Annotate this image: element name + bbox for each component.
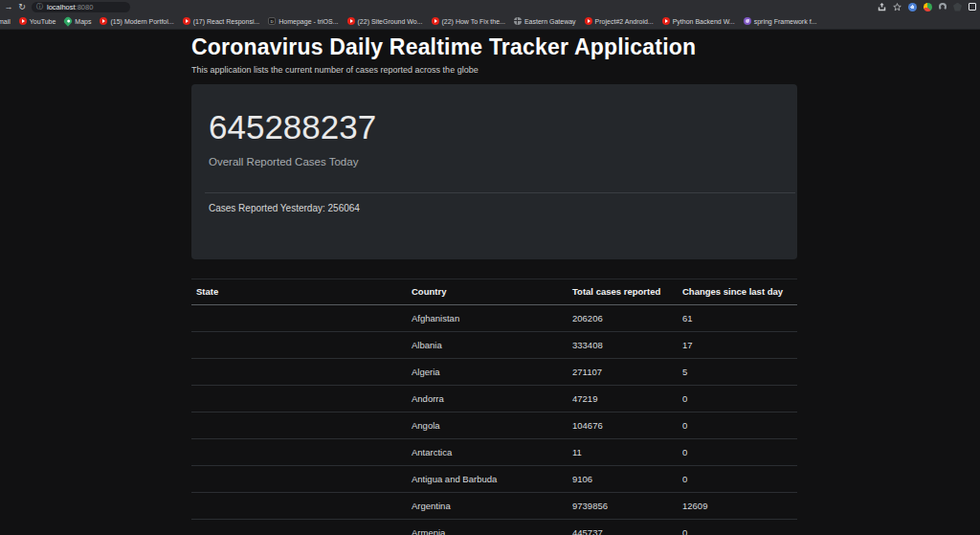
cell-change: 0 (678, 412, 797, 439)
header-changes: Changes since last day (678, 279, 797, 305)
cell-total: 47219 (568, 386, 678, 412)
cell-total: 9739856 (568, 493, 678, 520)
bookmark-label: (17) React Responsi... (193, 18, 260, 25)
cell-state (191, 493, 407, 520)
url-host: localhost (47, 3, 76, 11)
youtube-icon (585, 17, 592, 25)
cell-state (191, 412, 407, 439)
bookmark-label: mail (0, 18, 11, 25)
forward-icon[interactable]: → (2, 0, 15, 13)
cell-state (191, 332, 407, 359)
cell-total: 206206 (568, 305, 678, 332)
cell-country: Afghanistan (407, 305, 568, 332)
table-row: Armenia 445737 0 (191, 520, 797, 535)
table-row: Afghanistan 206206 61 (191, 305, 797, 332)
bookmark-item[interactable]: (15) Modern Portfol... (100, 17, 173, 25)
site-info-icon[interactable]: ⓘ (36, 2, 43, 11)
bookmark-item[interactable]: spring Framework f... (744, 17, 817, 25)
table-row: Andorra 47219 0 (191, 386, 797, 412)
cell-change: 17 (678, 332, 797, 359)
bookmarks-bar: mail YouTube Maps (15) Modern Portfol...… (0, 13, 980, 30)
table-row: Angola 104676 0 (191, 412, 797, 439)
table-row: Argentina 9739856 12609 (191, 493, 797, 520)
table-row: Antarctica 11 0 (191, 439, 797, 466)
extension-icon[interactable] (939, 3, 947, 11)
cell-country: Argentina (407, 493, 568, 520)
bookmark-label: Python Backend W... (673, 18, 735, 25)
header-total: Total cases reported (568, 279, 678, 305)
dxl-icon: D (268, 17, 276, 25)
bookmark-item[interactable]: Python Backend W... (662, 17, 735, 25)
cell-change: 5 (678, 359, 797, 386)
youtube-icon (19, 17, 27, 25)
table-row: Albania 333408 17 (191, 332, 797, 359)
bookmark-label: Eastern Gateway (524, 18, 576, 25)
cell-total: 9106 (568, 466, 678, 493)
page-title: Coronavirus Daily Realtime Tracker Appli… (191, 34, 696, 60)
bookmark-label: Project#2 Android... (595, 18, 654, 25)
stats-card: 645288237 Overall Reported Cases Today C… (191, 84, 797, 259)
spring-icon (744, 17, 751, 25)
table-row: Algeria 271107 5 (191, 359, 797, 386)
bookmark-label: (15) Modern Portfol... (110, 18, 173, 25)
cell-country: Algeria (407, 359, 568, 386)
toolbar-right-icons (878, 0, 976, 13)
header-country: Country (407, 279, 568, 305)
bookmark-item[interactable]: Maps (64, 17, 91, 25)
cell-state (191, 439, 407, 466)
browser-toolbar: → ↻ ⓘ localhost:8080 (0, 0, 980, 13)
bookmark-item[interactable]: D Homepage - triOS... (268, 17, 338, 25)
table-row: Antigua and Barbuda 9106 0 (191, 466, 797, 493)
browser-chrome: → ↻ ⓘ localhost:8080 mail YouTube (0, 0, 980, 30)
page-content: Coronavirus Daily Realtime Tracker Appli… (0, 31, 980, 535)
side-panel-icon[interactable] (969, 3, 976, 11)
bookmark-item[interactable]: YouTube (19, 17, 56, 25)
youtube-icon (347, 17, 355, 25)
bookmark-item[interactable]: mail (0, 18, 11, 25)
cell-total: 104676 (568, 412, 678, 439)
cell-total: 333408 (568, 332, 678, 359)
cell-country: Armenia (407, 520, 568, 535)
cell-state (191, 359, 407, 386)
youtube-icon (183, 17, 190, 25)
card-divider (205, 192, 795, 193)
header-state: State (191, 279, 407, 305)
youtube-icon (432, 17, 439, 25)
share-icon[interactable] (878, 3, 886, 11)
cell-total: 11 (568, 439, 678, 466)
cell-change: 12609 (678, 493, 797, 520)
extension-icon[interactable] (953, 3, 962, 11)
cases-table: State Country Total cases reported Chang… (191, 279, 797, 535)
cell-country: Antigua and Barbuda (407, 466, 568, 493)
bookmark-item[interactable]: (22) How To Fix the... (432, 17, 505, 25)
cell-country: Antarctica (407, 439, 568, 466)
extension-icon[interactable] (908, 3, 917, 11)
bookmark-item[interactable]: (22) SiteGround Wo... (347, 17, 423, 25)
bookmark-label: Homepage - triOS... (278, 18, 338, 25)
bookmark-star-icon[interactable] (893, 3, 902, 11)
extension-icon[interactable] (924, 3, 932, 11)
total-cases-label: Overall Reported Cases Today (209, 156, 358, 167)
bookmark-label: spring Framework f... (754, 18, 817, 25)
table-header: State Country Total cases reported Chang… (191, 279, 797, 305)
globe-icon (514, 17, 522, 25)
bookmark-item[interactable]: (17) React Responsi... (183, 17, 260, 25)
reload-icon[interactable]: ↻ (15, 0, 29, 13)
cell-country: Angola (407, 412, 568, 439)
cell-state (191, 305, 407, 332)
maps-icon (63, 15, 74, 26)
youtube-icon (662, 17, 670, 25)
url-port: :8080 (76, 3, 94, 11)
bookmark-item[interactable]: Project#2 Android... (585, 17, 654, 25)
cell-total: 445737 (568, 520, 678, 535)
cell-change: 0 (678, 386, 797, 412)
url-bar[interactable]: ⓘ localhost:8080 (32, 2, 130, 12)
total-cases-today: 645288237 (209, 108, 376, 146)
cell-state (191, 386, 407, 412)
cell-change: 0 (678, 520, 797, 535)
bookmark-item[interactable]: Eastern Gateway (514, 17, 576, 25)
youtube-icon (100, 17, 107, 25)
page-subtitle: This application lists the current numbe… (191, 65, 479, 75)
cell-total: 271107 (568, 359, 678, 386)
cell-state (191, 520, 407, 535)
